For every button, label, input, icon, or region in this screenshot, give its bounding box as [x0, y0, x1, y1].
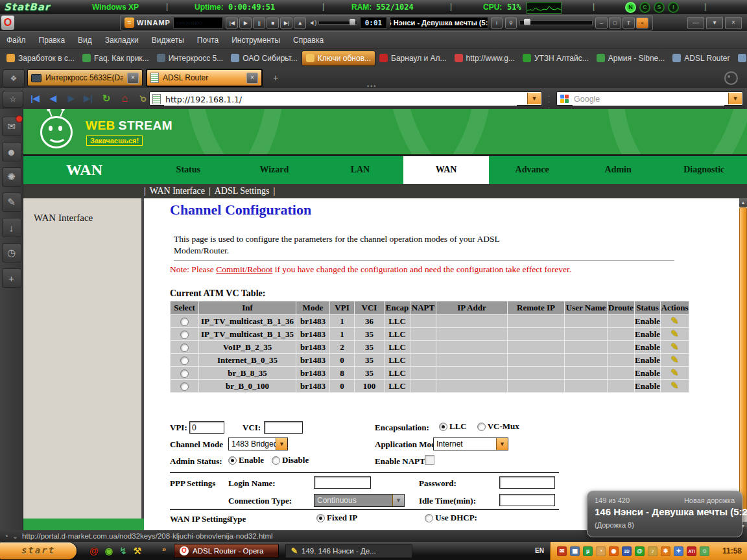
wireless-tray-icon[interactable]: ✱: [661, 546, 670, 556]
row-select-radio[interactable]: [180, 344, 189, 352]
edit-icon[interactable]: ✎: [671, 342, 679, 352]
vpi-input[interactable]: [189, 421, 224, 434]
add-panel-icon[interactable]: +: [2, 268, 21, 288]
toggle-button[interactable]: T: [622, 18, 635, 29]
url-dropdown-button[interactable]: ▼: [527, 93, 541, 104]
wan-ip-type-radio-use-dhcp-[interactable]: Use DHCP:: [425, 513, 477, 523]
bookmark-item[interactable]: УТЗН Алтайс...: [519, 51, 593, 65]
bookmark-item[interactable]: Faq. Как прик...: [78, 51, 153, 65]
network-connections-tray-icon[interactable]: ▦: [570, 546, 580, 556]
utorrent-tray-icon[interactable]: µ: [583, 546, 593, 556]
start-button[interactable]: start: [0, 542, 77, 559]
panels-toggle-button[interactable]: ❖: [3, 69, 25, 88]
admin-status-radio-disable[interactable]: Disable: [272, 455, 309, 465]
close-icon[interactable]: ×: [246, 73, 258, 84]
nav-tab-advance[interactable]: Advance: [489, 156, 575, 184]
bookmark-item[interactable]: http://www.g...: [451, 51, 519, 65]
bookmark-item[interactable]: Заработок в с...: [3, 51, 78, 65]
scroll-up-button[interactable]: ▲: [739, 198, 747, 207]
search-field[interactable]: ▼: [556, 91, 743, 106]
toolbar-handle[interactable]: ∙∙∙: [548, 93, 550, 110]
row-select-radio[interactable]: [180, 356, 189, 365]
minimize-button[interactable]: —: [687, 17, 704, 29]
bookmarks-panel-button[interactable]: ☆: [3, 91, 23, 108]
restore-button[interactable]: □: [609, 18, 621, 29]
menu-item[interactable]: Правка: [39, 36, 65, 45]
contacts-panel-icon[interactable]: ☻: [2, 142, 21, 161]
fast-forward-icon[interactable]: ▶|: [80, 92, 96, 105]
close-button[interactable]: ×: [636, 18, 648, 29]
login-name-input[interactable]: [314, 476, 371, 489]
search-input[interactable]: [573, 93, 724, 106]
menu-item[interactable]: Виджеты: [152, 36, 184, 45]
eject-button[interactable]: ▲: [294, 18, 306, 29]
previous-button[interactable]: |◀: [226, 18, 238, 29]
menu-item[interactable]: Файл: [6, 36, 26, 45]
language-indicator[interactable]: EN: [532, 546, 547, 556]
keys-quicklaunch-icon[interactable]: ⚒: [134, 546, 142, 556]
bookmark-item[interactable]: ОАО Сибирьт...: [227, 51, 302, 65]
play-button[interactable]: ▶: [239, 18, 252, 29]
taskbar-task[interactable]: ✎149. 146 Нэнси - Де...: [285, 544, 412, 558]
nav-tab-lan[interactable]: LAN: [317, 156, 403, 184]
stop-button[interactable]: ■: [267, 18, 279, 29]
menu-item[interactable]: Почта: [197, 36, 219, 45]
volume-slider[interactable]: [318, 21, 357, 25]
bookmark-item[interactable]: Поиск по сай...: [734, 51, 747, 65]
row-select-radio[interactable]: [180, 382, 189, 391]
next-button[interactable]: ▶|: [280, 18, 292, 29]
back-icon[interactable]: ◀: [45, 92, 61, 105]
downloads-panel-icon[interactable]: ↓: [2, 218, 21, 237]
minimize-button[interactable]: –: [595, 18, 608, 29]
wan-ip-type-radio-fixed-ip[interactable]: Fixed IP: [316, 513, 357, 523]
notes-panel-icon[interactable]: ✎: [2, 192, 21, 212]
idle-time-input[interactable]: [499, 494, 555, 506]
search-dropdown-button[interactable]: ▼: [728, 93, 742, 104]
scrollbar-thumb[interactable]: [739, 207, 747, 511]
close-button[interactable]: ×: [725, 17, 742, 29]
media-quicklaunch-icon[interactable]: ◉: [105, 546, 113, 556]
row-select-radio[interactable]: [180, 369, 189, 378]
edit-icon[interactable]: ✎: [671, 316, 679, 326]
nav-tab-wizard[interactable]: Wizard: [231, 156, 318, 184]
menu-item[interactable]: Закладки: [105, 36, 139, 45]
menu-item[interactable]: Вид: [78, 36, 92, 45]
forward-icon[interactable]: ▶: [64, 92, 79, 105]
taskbar-task[interactable]: OADSL Router - Opera: [174, 544, 279, 558]
download-master-tray-icon[interactable]: @: [635, 546, 645, 556]
bookmark-item[interactable]: Армия - Sibne...: [593, 51, 669, 65]
pause-button[interactable]: ||: [253, 18, 265, 29]
restore-button[interactable]: ▾: [706, 17, 723, 29]
subnav-adsl-settings[interactable]: ADSL Settings: [215, 186, 270, 196]
messenger-tray-icon[interactable]: ✦: [674, 546, 683, 556]
nav-tab-diagnostic[interactable]: Diagnostic: [661, 156, 747, 184]
bookmark-item[interactable]: ADSL Router: [669, 51, 733, 65]
channel-mode-select[interactable]: 1483 Bridged▼: [228, 438, 288, 450]
volume-tray-icon[interactable]: ♪: [648, 546, 658, 556]
close-icon[interactable]: ×: [127, 73, 139, 84]
mail-checker-tray-icon[interactable]: ✉: [557, 546, 567, 556]
nav-tab-wan[interactable]: WAN: [403, 156, 490, 184]
password-input[interactable]: [499, 476, 555, 489]
mail-panel-icon[interactable]: ✉: [2, 117, 21, 136]
commit-reboot-link[interactable]: Commit/Reboot: [216, 264, 272, 274]
edit-icon[interactable]: ✎: [671, 355, 679, 365]
menu-item[interactable]: Справка: [293, 36, 324, 45]
new-tab-button[interactable]: +: [268, 71, 283, 84]
tab-active[interactable]: ADSL Router×: [147, 69, 262, 86]
nav-tab-admin[interactable]: Admin: [575, 156, 661, 184]
mail-quicklaunch-icon[interactable]: @: [89, 546, 99, 556]
nav-tab-status[interactable]: Status: [145, 156, 231, 184]
row-select-radio[interactable]: [180, 331, 189, 339]
widgets-panel-icon[interactable]: ✺: [2, 167, 21, 187]
bookmark-item[interactable]: Ключи обнов...: [302, 51, 375, 66]
reload-icon[interactable]: ↻: [99, 92, 114, 105]
sidebar-item-wan-interface[interactable]: WAN Interface: [34, 213, 93, 224]
url-field[interactable]: ▼: [149, 91, 542, 106]
encapsulation-radio-llc[interactable]: LLC: [439, 421, 467, 432]
encapsulation-radio-vc-mux[interactable]: VC-Mux: [477, 421, 519, 432]
chevron-down-icon[interactable]: ⌄: [12, 532, 18, 541]
vci-input[interactable]: [264, 421, 303, 434]
edit-icon[interactable]: ✎: [671, 368, 679, 378]
tab-inactive[interactable]: Интеркросс 5633E(Data, ...×: [27, 69, 143, 86]
